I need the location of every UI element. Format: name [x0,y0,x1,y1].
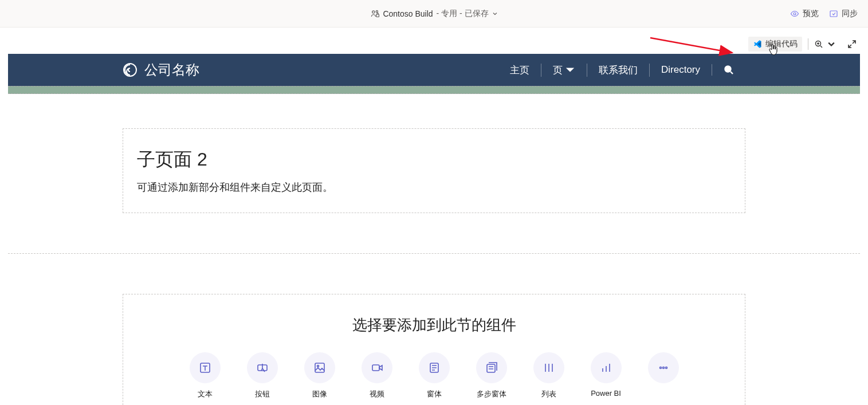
component-video-label: 视频 [370,389,384,399]
chevron-down-icon [492,11,498,17]
toolbar-separator [808,38,808,50]
component-powerbi[interactable]: Power BI [591,352,622,399]
app-bar: Contoso Build - 专用 - 已保存 预览 同步 [0,0,868,27]
powerbi-icon [600,361,612,374]
page-title: 子页面 2 [137,147,731,172]
people-lock-icon [370,9,379,18]
sync-icon [829,9,838,18]
site-logo[interactable]: 公司名称 [123,61,199,79]
component-more[interactable] [648,352,679,399]
component-button[interactable]: 按钮 [247,352,278,399]
multi-form-icon [485,361,498,374]
svg-point-17 [659,367,661,369]
canvas[interactable]: 编辑代码 公司名称 主页 [0,27,868,405]
svg-rect-16 [487,364,495,372]
component-picker: 选择要添加到此节的组件 文本 按钮 图像 [123,294,745,405]
nav-contact-label: 联系我们 [599,64,638,77]
svg-point-3 [794,13,796,15]
canvas-toolbar: 编辑代码 [748,37,857,52]
site-nav: 公司名称 主页 页 联系我们 Directory [8,54,860,86]
site-menu: 主页 页 联系我们 Directory [498,64,745,77]
component-list-label: 列表 [541,389,556,399]
component-image-label: 图像 [312,389,327,399]
nav-home-label: 主页 [510,64,529,77]
video-icon [371,361,383,374]
app-title-group[interactable]: Contoso Build - 专用 - 已保存 [370,9,497,19]
preview-label: 预览 [803,9,819,19]
caret-down-icon [565,65,575,75]
page-desc: 可通过添加新部分和组件来自定义此页面。 [137,180,731,194]
logo-swirl-icon [123,62,138,77]
image-icon [313,361,326,374]
form-icon [428,361,441,374]
component-form-label: 窗体 [427,389,442,399]
component-multi-form[interactable]: 多步窗体 [476,352,507,399]
site-preview: 公司名称 主页 页 联系我们 Directory 子页面 2 可通过添加新部分和… [8,54,860,405]
svg-point-9 [725,66,731,72]
nav-directory[interactable]: Directory [650,64,712,76]
preview-button[interactable]: 预览 [790,9,819,19]
component-video[interactable]: 视频 [362,352,392,399]
component-button-label: 按钮 [255,389,270,399]
button-icon [256,361,269,374]
nav-page[interactable]: 页 [541,64,587,77]
page-body: 子页面 2 可通过添加新部分和组件来自定义此页面。 选择要添加到此节的组件 文本… [8,94,860,405]
component-image[interactable]: 图像 [304,352,335,399]
section-divider [8,253,860,254]
svg-rect-2 [376,14,379,17]
svg-rect-4 [830,11,837,17]
zoom-in-icon[interactable] [814,40,823,49]
list-icon [543,361,555,374]
search-icon [724,65,734,75]
svg-point-18 [662,367,664,369]
content-block[interactable]: 子页面 2 可通过添加新部分和组件来自定义此页面。 [123,128,745,213]
svg-point-8 [124,64,136,76]
eye-icon [790,9,799,18]
app-status: - 专用 - 已保存 [437,9,489,19]
component-text[interactable]: 文本 [190,352,221,399]
sync-label: 同步 [842,9,858,19]
zoom-dropdown-icon[interactable] [827,40,836,49]
svg-line-7 [650,38,732,53]
site-brand: 公司名称 [144,61,199,79]
svg-point-0 [372,10,374,13]
component-powerbi-label: Power BI [591,389,621,398]
edit-code-button[interactable]: 编辑代码 [748,37,802,52]
nav-contact[interactable]: 联系我们 [587,64,650,77]
nav-directory-label: Directory [661,64,700,76]
svg-rect-12 [315,363,324,372]
text-icon [199,361,211,374]
app-title: Contoso Build [383,9,433,18]
component-heading: 选择要添加到此节的组件 [137,315,731,335]
nav-search[interactable] [712,65,745,75]
component-multi-form-label: 多步窗体 [477,389,506,399]
sync-button[interactable]: 同步 [829,9,858,19]
svg-point-1 [376,10,378,12]
vscode-icon [753,40,762,49]
nav-page-label: 页 [553,64,563,77]
svg-point-19 [665,367,667,369]
component-row: 文本 按钮 图像 视频 [137,352,731,399]
svg-point-13 [317,365,319,367]
expand-icon[interactable] [847,40,857,49]
more-icon [657,361,670,374]
nav-home[interactable]: 主页 [498,64,541,77]
component-form[interactable]: 窗体 [419,352,450,399]
component-text-label: 文本 [198,389,213,399]
svg-rect-14 [372,365,379,371]
section-spacer[interactable] [8,86,860,94]
component-list[interactable]: 列表 [533,352,564,399]
edit-code-label: 编辑代码 [765,39,798,49]
